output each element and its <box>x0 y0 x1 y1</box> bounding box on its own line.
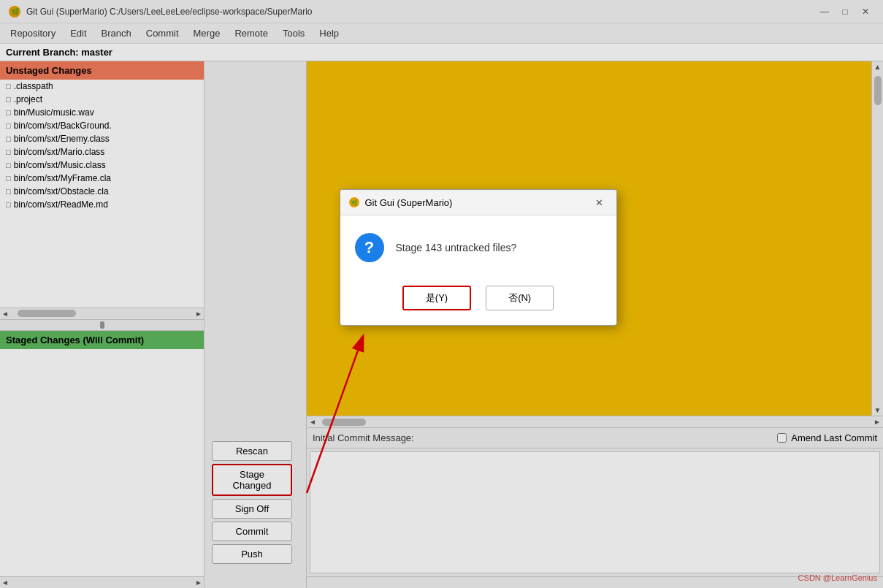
modal-title-bar: 🌿 Git Gui (SuperMario) ✕ <box>340 190 616 215</box>
modal-body: ? Stage 143 untracked files? <box>340 215 616 280</box>
modal-message-text: Stage 143 untracked files? <box>396 242 517 253</box>
question-icon: ? <box>355 233 384 262</box>
modal-title-text: Git Gui (SuperMario) <box>365 197 453 208</box>
modal-close-button[interactable]: ✕ <box>592 194 608 210</box>
modal-title-content: 🌿 Git Gui (SuperMario) <box>349 197 453 208</box>
modal-no-button[interactable]: 否(N) <box>486 286 554 310</box>
question-mark: ? <box>364 238 374 257</box>
modal-yes-button[interactable]: 是(Y) <box>402 286 471 310</box>
modal-app-icon: 🌿 <box>349 197 359 207</box>
modal-overlay: 🌿 Git Gui (SuperMario) ✕ ? Stage 143 unt… <box>0 0 883 588</box>
modal-buttons: 是(Y) 否(N) <box>340 280 616 325</box>
modal-dialog: 🌿 Git Gui (SuperMario) ✕ ? Stage 143 unt… <box>340 189 617 326</box>
